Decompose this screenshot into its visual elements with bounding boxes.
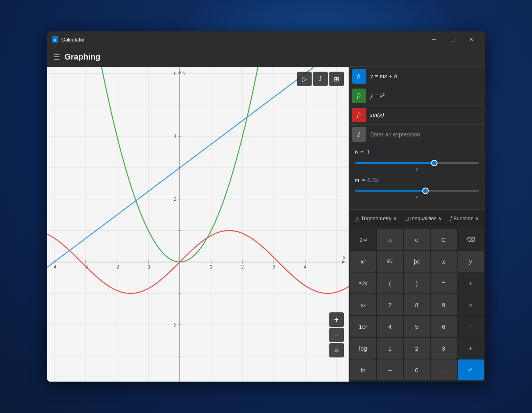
func-label: Function	[454, 215, 474, 221]
key-minus[interactable]: −	[458, 316, 484, 337]
share-button[interactable]: ⤴	[313, 72, 328, 86]
graph-area: ▷ ⤴ ⊞ + − ⊙	[47, 67, 349, 382]
trig-chevron: ∨	[393, 215, 397, 221]
key-lparen[interactable]: (	[377, 273, 403, 293]
slider-m-value: 0.75	[368, 177, 378, 184]
slider-b-var: b	[355, 149, 358, 156]
maximize-button[interactable]: □	[444, 33, 462, 46]
calculator-window: 🖩 Calculator ─ □ ✕ ☰ Graphing ▷ ⤴ ⊞ + −	[47, 31, 485, 382]
function-expr-2: y = x²	[370, 92, 384, 99]
key-divide[interactable]: ÷	[458, 273, 484, 293]
function-row-1[interactable]: f1 y = mx + b	[349, 67, 485, 86]
func-chevron: ∨	[475, 215, 479, 221]
key-dot[interactable]: .	[431, 359, 457, 380]
key-x2[interactable]: x²	[350, 251, 376, 272]
key-y-var[interactable]: y	[458, 251, 484, 272]
window-title: Calculator	[62, 37, 425, 43]
function-badge-3: f3	[352, 108, 366, 122]
category-bar: △ Trigonometry ∨ □ Inequalities ∨ f Func…	[349, 210, 485, 227]
ineq-label: Inequalities	[410, 215, 437, 221]
function-badge-1: f1	[352, 69, 366, 84]
slider-b-value: 3	[366, 149, 369, 156]
function-expr-1: y = mx + b	[370, 73, 397, 80]
functions-list: f1 y = mx + b f2 y = x² f3 sin(x)	[349, 67, 485, 144]
key-equals[interactable]: =	[431, 273, 457, 293]
function-placeholder: Enter an expression	[370, 131, 421, 138]
main-content: ▷ ⤴ ⊞ + − ⊙ f1 y = mx + b	[47, 67, 485, 382]
key-abs[interactable]: |x|	[404, 251, 430, 272]
key-plus[interactable]: +	[458, 338, 484, 359]
slider-b-row: b = 3 ∨	[355, 149, 479, 172]
screenshot-button[interactable]: ⊙	[329, 343, 344, 357]
window-controls: ─ □ ✕	[425, 33, 481, 46]
key-pi[interactable]: π	[377, 229, 403, 250]
titlebar: 🖩 Calculator ─ □ ✕	[47, 31, 485, 47]
function-row-3[interactable]: f3 sin(x)	[349, 105, 485, 125]
key-log[interactable]: log	[350, 338, 376, 359]
key-1x[interactable]: ¹⁄ₓ	[377, 251, 403, 272]
right-panel: f1 y = mx + b f2 y = x² f3 sin(x)	[349, 67, 485, 382]
key-nrt[interactable]: n√x	[350, 273, 376, 293]
key-4[interactable]: 4	[377, 316, 403, 337]
key-0[interactable]: 0	[404, 359, 430, 380]
ineq-icon: □	[405, 215, 409, 222]
zoom-controls: + − ⊙	[329, 312, 344, 357]
key-2[interactable]: 2	[404, 338, 430, 359]
slider-m-label: m = 0.75	[355, 177, 479, 184]
keypad: 2nd π e C ⌫ x² ¹⁄ₓ |x| x y n√x ( ) = ÷ x…	[349, 227, 485, 382]
key-backspace[interactable]: ⌫	[458, 229, 484, 250]
key-1[interactable]: 1	[377, 338, 403, 359]
graph-toolbar: ▷ ⤴ ⊞	[297, 72, 344, 86]
key-8[interactable]: 8	[404, 294, 430, 315]
key-9[interactable]: 9	[431, 294, 457, 315]
function-badge-4: f	[352, 127, 366, 142]
slider-m-input[interactable]	[355, 190, 479, 192]
slider-b-input[interactable]	[355, 162, 479, 164]
slider-m-row: m = 0.75 ∨	[355, 177, 479, 200]
key-rparen[interactable]: )	[404, 273, 430, 293]
function-row-2[interactable]: f2 y = x²	[349, 86, 485, 105]
select-tool-button[interactable]: ▷	[297, 72, 312, 86]
menu-icon[interactable]: ☰	[53, 53, 60, 62]
func-icon: f	[450, 215, 452, 222]
key-5[interactable]: 5	[404, 316, 430, 337]
trigonometry-button[interactable]: △ Trigonometry ∨	[352, 214, 401, 223]
key-3[interactable]: 3	[431, 338, 457, 359]
slider-b-equals: =	[360, 149, 364, 156]
slider-m-var: m	[355, 177, 359, 184]
function-row-4[interactable]: f Enter an expression	[349, 125, 485, 144]
key-ln[interactable]: ln	[350, 359, 376, 380]
close-button[interactable]: ✕	[462, 33, 481, 46]
sliders-area: b = 3 ∨ m = 0.75 ∨	[349, 144, 485, 210]
key-10x[interactable]: 10x	[350, 316, 376, 337]
graph-canvas	[47, 67, 349, 382]
ineq-chevron: ∨	[438, 215, 442, 221]
settings-button[interactable]: ⊞	[329, 72, 344, 86]
key-e[interactable]: e	[404, 229, 430, 250]
app-header: ☰ Graphing	[47, 47, 485, 67]
key-7[interactable]: 7	[377, 294, 403, 315]
function-expr-3: sin(x)	[370, 112, 384, 118]
slider-b-label: b = 3	[355, 149, 479, 156]
function-badge-2: f2	[352, 89, 366, 103]
slider-b-chevron[interactable]: ∨	[355, 165, 479, 172]
app-icon: 🖩	[52, 36, 58, 43]
key-enter[interactable]: ↵	[458, 359, 484, 380]
zoom-in-button[interactable]: +	[329, 312, 344, 327]
slider-m-chevron[interactable]: ∨	[355, 193, 479, 200]
key-2nd[interactable]: 2nd	[350, 229, 376, 250]
inequalities-button[interactable]: □ Inequalities ∨	[402, 214, 446, 223]
key-6[interactable]: 6	[431, 316, 457, 337]
key-x-var[interactable]: x	[431, 251, 457, 272]
function-button[interactable]: f Function ∨	[447, 214, 483, 223]
zoom-out-button[interactable]: −	[329, 328, 344, 342]
key-clear[interactable]: C	[431, 229, 457, 250]
trig-icon: △	[355, 215, 359, 222]
page-title: Graphing	[65, 52, 101, 62]
key-xy[interactable]: xy	[350, 294, 376, 315]
minimize-button[interactable]: ─	[425, 33, 444, 46]
key-multiply[interactable]: ×	[458, 294, 484, 315]
key-left[interactable]: ←	[377, 359, 403, 380]
slider-m-equals: =	[362, 177, 365, 184]
trig-label: Trigonometry	[361, 215, 392, 221]
